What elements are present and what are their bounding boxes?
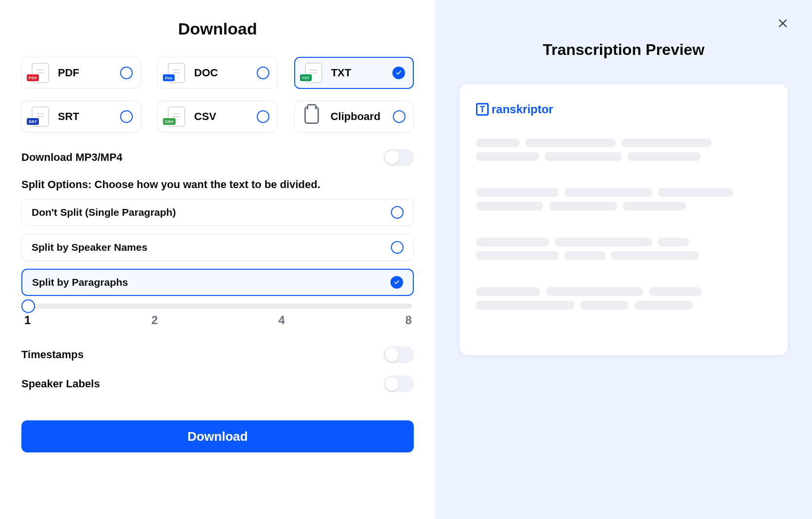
- preview-paragraph: [476, 238, 771, 260]
- file-csv-icon: CSV: [165, 106, 185, 127]
- format-doc[interactable]: DocDOC: [158, 57, 277, 89]
- split-option-label: Split by Paragraphs: [32, 277, 128, 288]
- split-option-label: Don't Split (Single Paragraph): [32, 207, 176, 218]
- format-radio: [257, 67, 269, 79]
- format-csv[interactable]: CSVCSV: [158, 101, 277, 133]
- skeleton: [476, 238, 549, 246]
- format-pdf[interactable]: PDFPDF: [21, 57, 141, 89]
- file-srt-icon: SRT: [29, 106, 49, 127]
- preview-line: [476, 301, 771, 310]
- skeleton: [611, 251, 699, 260]
- slider-thumb[interactable]: [21, 299, 35, 313]
- preview-line: [476, 202, 771, 210]
- mp3-label: Download MP3/MP4: [21, 151, 123, 164]
- file-doc-icon: Doc: [165, 63, 185, 83]
- download-button[interactable]: Download: [21, 420, 414, 452]
- slider-tick-8: 8: [406, 313, 412, 327]
- format-label: TXT: [331, 67, 392, 79]
- split-radio: [390, 276, 403, 289]
- skeleton: [549, 202, 617, 210]
- speaker-toggle[interactable]: [384, 376, 414, 392]
- preview-line: [476, 152, 771, 161]
- clipboard-icon: [301, 106, 322, 127]
- split-radio: [391, 206, 404, 219]
- format-label: Clipboard: [331, 110, 393, 123]
- skeleton: [476, 251, 559, 260]
- preview-paragraph: [476, 188, 771, 210]
- speaker-label: Speaker Labels: [21, 378, 100, 390]
- skeleton: [623, 202, 686, 210]
- timestamps-row: Timestamps: [21, 346, 414, 363]
- skeleton: [526, 138, 616, 147]
- format-srt[interactable]: SRTSRT: [21, 101, 141, 133]
- file-pdf-icon: PDF: [29, 63, 49, 83]
- slider-tick-2: 2: [151, 313, 158, 327]
- skeleton: [635, 301, 693, 310]
- skeleton: [476, 152, 539, 161]
- preview-line: [476, 188, 771, 197]
- skeleton: [580, 301, 629, 310]
- skeleton: [555, 238, 652, 246]
- preview-panel: Transcription Preview Transkriptor: [435, 0, 812, 519]
- skeleton: [621, 138, 711, 147]
- skeleton: [658, 188, 733, 197]
- format-label: SRT: [58, 110, 120, 123]
- split-option-1[interactable]: Split by Speaker Names: [21, 234, 414, 261]
- slider-labels: 1248: [21, 313, 414, 327]
- skeleton: [658, 238, 689, 246]
- format-label: DOC: [194, 67, 256, 79]
- timestamps-toggle[interactable]: [384, 346, 414, 363]
- skeleton: [476, 202, 543, 210]
- preview-line: [476, 251, 771, 260]
- skeleton: [649, 287, 702, 296]
- skeleton: [565, 188, 652, 197]
- format-label: PDF: [58, 67, 120, 79]
- preview-paragraph: [476, 138, 771, 161]
- close-button[interactable]: [773, 14, 793, 33]
- brand-initial: T: [476, 103, 489, 116]
- file-txt-icon: TXT: [302, 63, 322, 83]
- split-option-2[interactable]: Split by Paragraphs: [21, 269, 414, 296]
- split-header: Split Options: Choose how you want the t…: [21, 178, 414, 191]
- skeleton: [476, 301, 574, 310]
- skeleton: [628, 152, 701, 161]
- preview-line: [476, 138, 771, 147]
- preview-card: Transkriptor: [459, 84, 788, 355]
- download-title: Download: [21, 19, 414, 38]
- slider-tick-1: 1: [24, 313, 31, 327]
- mp3-toggle[interactable]: [384, 149, 414, 166]
- format-clipboard[interactable]: Clipboard: [294, 101, 414, 133]
- skeleton: [545, 152, 622, 161]
- brand-text: ranskriptor: [492, 103, 553, 116]
- split-option-0[interactable]: Don't Split (Single Paragraph): [21, 199, 414, 226]
- preview-line: [476, 238, 771, 246]
- split-radio: [391, 241, 404, 254]
- slider-track[interactable]: [27, 304, 412, 309]
- format-radio: [392, 67, 405, 79]
- speaker-row: Speaker Labels: [21, 376, 414, 392]
- split-option-label: Split by Speaker Names: [32, 242, 147, 253]
- format-radio: [120, 110, 133, 123]
- brand-logo: Transkriptor: [476, 103, 771, 116]
- skeleton: [546, 287, 643, 296]
- skeleton: [476, 138, 520, 147]
- format-radio: [257, 110, 269, 123]
- skeleton: [476, 287, 540, 296]
- timestamps-label: Timestamps: [21, 348, 84, 361]
- format-grid: PDFPDFDocDOCTXTTXTSRTSRTCSVCSVClipboard: [21, 57, 414, 133]
- format-radio: [120, 67, 133, 79]
- preview-title: Transcription Preview: [459, 41, 788, 59]
- preview-line: [476, 287, 771, 296]
- download-panel: Download PDFPDFDocDOCTXTTXTSRTSRTCSVCSVC…: [0, 0, 435, 519]
- preview-paragraph: [476, 287, 771, 310]
- format-txt[interactable]: TXTTXT: [294, 57, 414, 89]
- slider-tick-4: 4: [278, 313, 284, 327]
- paragraph-slider: 1248: [21, 304, 414, 327]
- mp3-row: Download MP3/MP4: [21, 149, 414, 166]
- skeleton: [476, 188, 559, 197]
- skeleton: [565, 251, 605, 260]
- format-radio: [393, 110, 406, 123]
- format-label: CSV: [194, 110, 256, 123]
